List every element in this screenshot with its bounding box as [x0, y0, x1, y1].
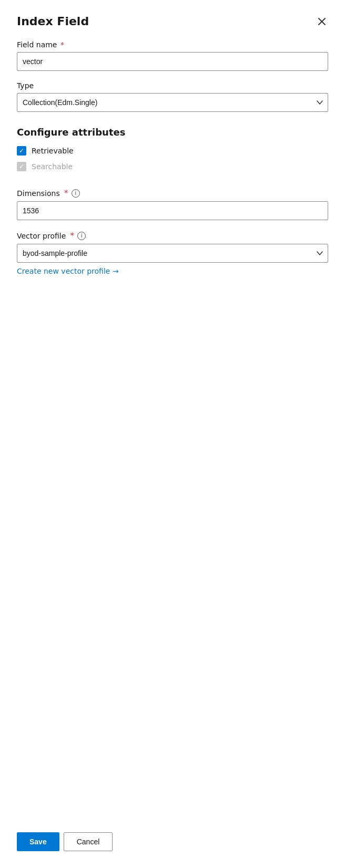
vector-profile-select-wrapper: byod-sample-profile: [17, 244, 328, 263]
field-name-input[interactable]: [17, 52, 328, 71]
index-field-panel: Index Field Field name * Type Collection…: [0, 0, 345, 868]
field-name-label: Field name *: [17, 40, 328, 49]
close-icon: [318, 17, 326, 26]
retrievable-label: Retrievable: [32, 147, 74, 155]
retrievable-checkmark: ✓: [19, 148, 24, 154]
panel-header: Index Field: [17, 15, 328, 28]
type-select[interactable]: Collection(Edm.Single) Edm.String Edm.In…: [17, 93, 328, 112]
field-name-group: Field name *: [17, 40, 328, 71]
type-label: Type: [17, 81, 328, 90]
footer-buttons: Save Cancel: [17, 820, 113, 851]
cancel-button[interactable]: Cancel: [64, 832, 113, 851]
vector-profile-label-row: Vector profile * i: [17, 231, 328, 241]
type-group: Type Collection(Edm.Single) Edm.String E…: [17, 81, 328, 112]
field-name-required-star: *: [58, 40, 64, 49]
save-button[interactable]: Save: [17, 832, 59, 851]
type-select-wrapper: Collection(Edm.Single) Edm.String Edm.In…: [17, 93, 328, 112]
panel-title: Index Field: [17, 15, 89, 28]
searchable-label: Searchable: [32, 162, 73, 171]
create-vector-profile-link[interactable]: Create new vector profile →: [17, 267, 119, 275]
retrievable-row: ✓ Retrievable: [17, 146, 328, 156]
vector-profile-required-star: *: [70, 231, 74, 241]
searchable-row: ✓ Searchable: [17, 162, 328, 171]
searchable-checkmark: ✓: [19, 163, 24, 170]
vector-profile-label: Vector profile: [17, 232, 66, 240]
vector-profile-select[interactable]: byod-sample-profile: [17, 244, 328, 263]
dimensions-required-star: *: [64, 188, 68, 198]
searchable-checkbox[interactable]: ✓: [17, 162, 26, 171]
close-button[interactable]: [316, 15, 328, 28]
dimensions-input[interactable]: [17, 201, 328, 220]
dimensions-group: Dimensions * i: [17, 188, 328, 220]
retrievable-checkbox[interactable]: ✓: [17, 146, 26, 156]
dimensions-label-row: Dimensions * i: [17, 188, 328, 198]
attributes-section-title: Configure attributes: [17, 127, 328, 138]
attributes-section: Configure attributes ✓ Retrievable ✓ Sea…: [17, 122, 328, 178]
dimensions-label: Dimensions: [17, 189, 60, 198]
dimensions-info-icon[interactable]: i: [72, 189, 80, 198]
vector-profile-group: Vector profile * i byod-sample-profile C…: [17, 231, 328, 276]
vector-profile-info-icon[interactable]: i: [77, 232, 86, 240]
